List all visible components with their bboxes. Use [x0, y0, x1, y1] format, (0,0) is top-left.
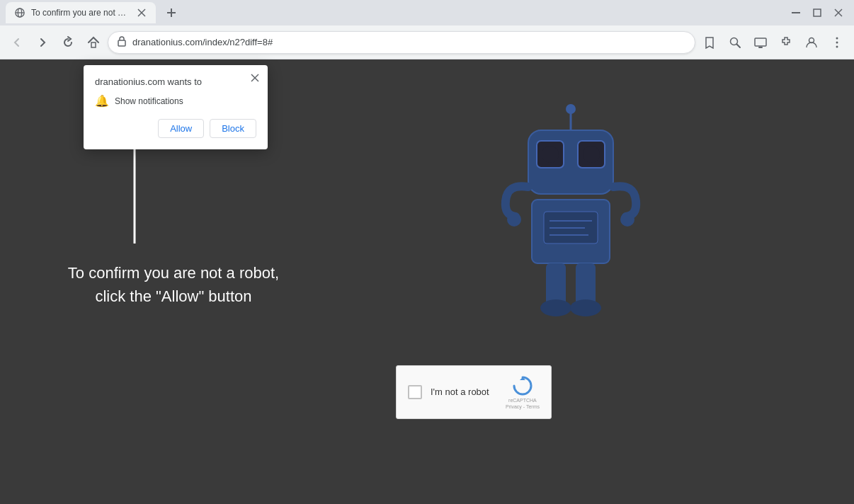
- profile-button[interactable]: [800, 31, 823, 54]
- recaptcha-text: reCAPTCHA: [506, 397, 540, 403]
- svg-rect-12: [118, 40, 125, 46]
- svg-line-14: [737, 44, 741, 47]
- minimize-button[interactable]: [786, 6, 806, 20]
- block-button[interactable]: Block: [210, 119, 256, 138]
- tab-close-button[interactable]: [136, 7, 147, 18]
- popup-close-button[interactable]: [248, 71, 262, 85]
- robot-illustration: [486, 102, 656, 331]
- svg-point-20: [836, 45, 838, 47]
- svg-rect-15: [755, 38, 766, 46]
- url-display: dranationius.com/index/n2?diff=8#: [132, 37, 686, 47]
- captcha-checkbox[interactable]: [408, 385, 422, 399]
- browser-tab[interactable]: To confirm you are not a robot,: [6, 2, 156, 23]
- browser-window: To confirm you are not a robot,: [0, 0, 854, 504]
- svg-point-32: [620, 212, 634, 227]
- svg-point-31: [507, 212, 521, 227]
- tab-icon: [14, 7, 25, 18]
- svg-rect-8: [814, 9, 821, 16]
- bell-icon: 🔔: [95, 94, 109, 108]
- captcha-box: I'm not a robot reCAPTCHA Privacy - Term…: [396, 365, 552, 419]
- close-button[interactable]: [829, 6, 848, 20]
- back-button[interactable]: [6, 31, 28, 54]
- popup-permission: 🔔 Show notifications: [95, 94, 256, 108]
- home-button[interactable]: [82, 31, 105, 54]
- svg-point-27: [542, 146, 559, 163]
- cast-button[interactable]: [749, 31, 772, 54]
- window-controls: [786, 6, 848, 20]
- captcha-label: I'm not a robot: [431, 386, 489, 397]
- recaptcha-privacy: Privacy - Terms: [506, 403, 540, 410]
- svg-point-30: [566, 104, 576, 114]
- lock-icon: [117, 35, 127, 49]
- notification-popup: dranationius.com wants to 🔔 Show notific…: [84, 65, 268, 149]
- captcha-container: I'm not a robot reCAPTCHA Privacy - Term…: [396, 365, 552, 419]
- svg-point-19: [836, 41, 838, 43]
- menu-button[interactable]: [826, 31, 848, 54]
- main-text-line2: click the "Allow" button: [42, 285, 304, 308]
- permission-text: Show notifications: [115, 96, 183, 106]
- extensions-button[interactable]: [775, 31, 797, 54]
- zoom-button[interactable]: [724, 31, 746, 54]
- title-bar: To confirm you are not a robot,: [0, 0, 854, 25]
- nav-right-icons: [698, 31, 848, 54]
- new-tab-button[interactable]: [161, 3, 181, 23]
- navigation-bar: dranationius.com/index/n2?diff=8#: [0, 25, 854, 59]
- svg-point-18: [836, 37, 838, 39]
- popup-buttons: Allow Block: [95, 119, 256, 138]
- bookmark-button[interactable]: [698, 31, 721, 54]
- recaptcha-icon: [511, 374, 534, 397]
- svg-rect-11: [91, 42, 96, 47]
- address-bar[interactable]: dranationius.com/index/n2?diff=8#: [108, 31, 695, 54]
- page-content: dranationius.com wants to 🔔 Show notific…: [0, 59, 854, 504]
- svg-point-28: [583, 146, 600, 163]
- tab-title: To confirm you are not a robot,: [31, 8, 130, 18]
- captcha-logo: reCAPTCHA Privacy - Terms: [506, 374, 540, 410]
- maximize-button[interactable]: [807, 6, 827, 20]
- refresh-button[interactable]: [57, 31, 79, 54]
- forward-button[interactable]: [31, 31, 54, 54]
- svg-point-41: [570, 299, 601, 316]
- main-text-line1: To confirm you are not a robot,: [42, 261, 304, 285]
- svg-point-40: [540, 299, 571, 316]
- popup-title: dranationius.com wants to: [95, 76, 256, 87]
- allow-button[interactable]: Allow: [158, 119, 204, 138]
